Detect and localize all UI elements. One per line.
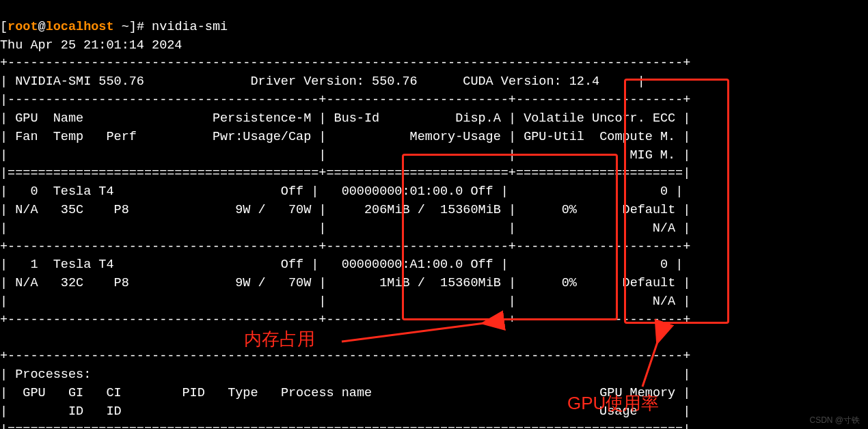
gpu1-mem-total: 15360MiB	[440, 276, 501, 290]
gpu0-util: 0%	[562, 203, 577, 217]
bracket: [	[0, 20, 8, 34]
cuda-ver: 12.4	[569, 74, 599, 89]
gpu0-mem-total: 15360MiB	[440, 203, 501, 217]
cuda-lbl: CUDA Version:	[463, 74, 561, 89]
gpu1-mem-used: 1MiB	[379, 276, 409, 290]
gpu0-busid: 00000000:01:00.0	[342, 184, 463, 199]
smi-ver: 550.76	[98, 74, 144, 89]
gpu1-name: Tesla T4	[53, 258, 114, 272]
gpu0-mem-used: 206MiB	[364, 203, 410, 217]
prompt-host: localhost	[46, 20, 114, 34]
terminal-output: [root@localhost ~]# nvidia-smi Thu Apr 2…	[0, 0, 868, 429]
processes-title: Processes:	[15, 368, 91, 382]
bracket: ]#	[129, 20, 152, 34]
watermark: CSDN @寸铁	[809, 415, 860, 426]
prompt-line[interactable]: [root@localhost ~]# nvidia-smi	[0, 20, 228, 34]
gpu0-idx: 0	[30, 184, 38, 199]
drv-ver: 550.76	[372, 74, 418, 89]
timestamp: Thu Apr 25 21:01:14 2024	[0, 38, 182, 53]
smi-name: NVIDIA-SMI	[15, 74, 91, 89]
gpu1-busid: 00000000:A1:00.0	[342, 258, 463, 272]
gpu0-name: Tesla T4	[53, 184, 114, 199]
command: nvidia-smi	[152, 20, 228, 34]
prompt-user: root	[8, 20, 38, 34]
gpu1-util: 0%	[562, 276, 577, 290]
gpu1-idx: 1	[30, 258, 38, 272]
drv-lbl: Driver Version:	[250, 74, 364, 89]
